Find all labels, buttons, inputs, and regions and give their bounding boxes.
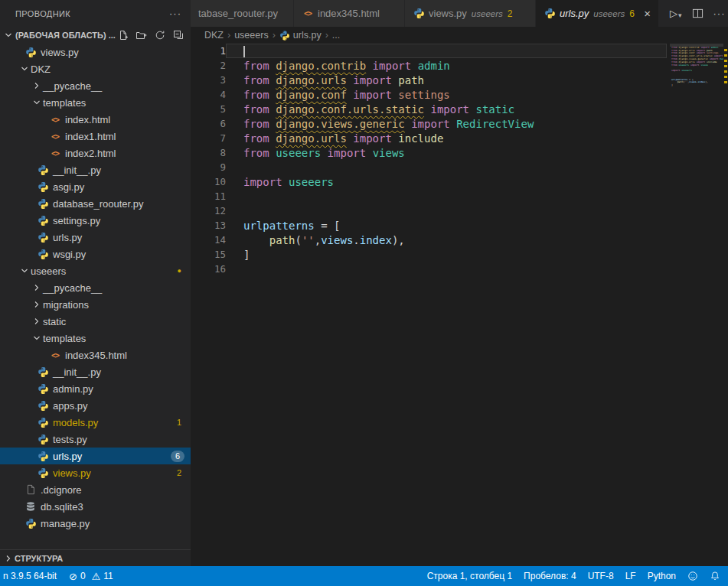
tree-file-manage.py[interactable]: manage.py [0, 515, 191, 532]
tree-file-views.py[interactable]: views.py2 [0, 464, 191, 481]
notifications-bell-icon[interactable] [710, 571, 720, 581]
editor-more-icon[interactable]: ··· [713, 8, 726, 19]
code-line[interactable]: 2from django.contrib import admin [191, 58, 667, 73]
tab-views.py[interactable]: views.pyuseeers2 [405, 0, 536, 27]
indentation[interactable]: Пробелов: 4 [524, 571, 576, 581]
tab-label: urls.py [560, 8, 589, 19]
line-content: ] [243, 249, 250, 261]
code-line[interactable]: 1 [191, 44, 667, 58]
breadcrumb-item[interactable]: ... [332, 30, 340, 41]
python-icon [37, 366, 49, 378]
tree-file-urls.py[interactable]: urls.py6 [0, 448, 191, 464]
code-line[interactable]: 4from django.conf import settings [191, 87, 667, 102]
workspace-section-header[interactable]: (РАБОЧАЯ ОБЛАСТЬ) ... [0, 27, 191, 44]
code-line[interactable]: 16 [191, 262, 667, 276]
tree-file-db.sqlite3[interactable]: db.sqlite3 [0, 498, 191, 515]
tree-file-urls.py[interactable]: urls.py [0, 229, 191, 246]
tree-folder-templates[interactable]: templates [0, 94, 191, 111]
tree-item-label: admin.py [53, 383, 93, 395]
tree-file-models.py[interactable]: models.py1 [0, 414, 191, 431]
tree-item-label: models.py [53, 417, 98, 428]
python-interpreter[interactable]: n 3.9.5 64-bit [3, 571, 57, 581]
tree-file-.dcignore[interactable]: .dcignore [0, 481, 191, 498]
code-line[interactable]: 5from django.conf.urls.static import sta… [191, 102, 667, 116]
language-mode[interactable]: Python [648, 571, 676, 581]
tree-folder-DKZ[interactable]: DKZ [0, 60, 191, 77]
html-icon: <> [49, 113, 61, 125]
outline-section-header[interactable]: СТРУКТУРА [0, 549, 191, 566]
breadcrumb-item[interactable]: urls.py [279, 30, 322, 41]
code-line[interactable]: 7from django.urls import include [191, 131, 667, 145]
tree-item-label: __pycache__ [43, 282, 102, 294]
encoding[interactable]: UTF-8 [588, 571, 614, 581]
explorer-more-icon[interactable]: ··· [169, 8, 181, 19]
eol[interactable]: LF [625, 571, 636, 581]
modified-dot: ● [178, 267, 181, 275]
breadcrumb-item[interactable]: DKZ [204, 30, 224, 41]
code-line[interactable]: 9 [191, 160, 667, 174]
split-editor-icon[interactable] [692, 8, 704, 19]
tree-folder-static[interactable]: static [0, 313, 191, 330]
tree-file-__init__.py[interactable]: __init__.py [0, 363, 191, 380]
python-icon [37, 383, 49, 395]
tree-item-label: asgi.py [53, 181, 84, 193]
tree-file-index.html[interactable]: <>index.html [0, 111, 191, 128]
collapse-all-icon[interactable] [172, 29, 184, 41]
run-dropdown-icon[interactable]: ▾ [678, 11, 682, 19]
tree-file-__init__.py[interactable]: __init__.py [0, 161, 191, 178]
feedback-icon[interactable] [687, 571, 698, 581]
tree-folder-__pycache__[interactable]: __pycache__ [0, 279, 191, 296]
minimap[interactable]: from django.contrib import adminfrom dja… [670, 44, 723, 566]
tab-tabase_roouter.py[interactable]: tabase_roouter.py [191, 0, 294, 27]
chevron-down-icon [18, 63, 31, 75]
run-python-file-button[interactable]: ▷ ▾ [670, 8, 682, 19]
tree-file-database_roouter.py[interactable]: database_roouter.py [0, 195, 191, 212]
tree-folder-useeers[interactable]: useeers● [0, 262, 191, 279]
tab-description: useeers [593, 9, 625, 18]
code-line[interactable]: 12 [191, 203, 667, 218]
code-line[interactable]: 10import useeers [191, 174, 667, 189]
new-folder-icon[interactable] [135, 29, 148, 41]
tree-file-tests.py[interactable]: tests.py [0, 431, 191, 448]
code-line[interactable]: 14 path('',views.index), [191, 233, 667, 247]
status-bar-right: Строка 1, столбец 1 Пробелов: 4 UTF-8 LF… [427, 571, 720, 581]
tree-folder-templates[interactable]: templates [0, 330, 191, 347]
tree-file-apps.py[interactable]: apps.py [0, 397, 191, 414]
cursor-position[interactable]: Строка 1, столбец 1 [427, 571, 512, 581]
tree-item-label: migrations [43, 299, 89, 311]
code-line[interactable]: 15] [191, 247, 667, 262]
python-icon [37, 416, 49, 428]
tree-folder-migrations[interactable]: migrations [0, 296, 191, 313]
tab-urls.py[interactable]: urls.pyuseeers6× [536, 0, 659, 27]
tree-folder-__pycache__[interactable]: __pycache__ [0, 77, 191, 94]
code-area[interactable]: 12from django.contrib import admin3from … [191, 44, 667, 566]
problems-status[interactable]: ⊘ 0 ⚠ 11 [69, 571, 113, 582]
breadcrumb-separator-icon: › [227, 30, 230, 41]
tree-item-label: tests.py [53, 434, 87, 445]
tree-file-views.py[interactable]: views.py [0, 44, 191, 60]
new-file-icon[interactable] [117, 29, 129, 41]
editor[interactable]: 12from django.contrib import admin3from … [191, 44, 728, 566]
line-number: 3 [191, 74, 226, 86]
tree-file-index1.html[interactable]: <>index1.html [0, 128, 191, 145]
tree-file-wsgi.py[interactable]: wsgi.py [0, 246, 191, 262]
tree-file-index2.html[interactable]: <>index2.html [0, 145, 191, 161]
problems-badge: 6 [171, 451, 184, 462]
refresh-icon[interactable] [154, 29, 166, 41]
tree-file-asgi.py[interactable]: asgi.py [0, 178, 191, 195]
python-version-label: n 3.9.5 64-bit [3, 571, 57, 581]
breadcrumb-item[interactable]: useeers [234, 30, 268, 41]
line-number: 11 [191, 190, 226, 202]
code-line[interactable]: 13urlpatterns = [ [191, 218, 667, 233]
close-tab-icon[interactable]: × [639, 7, 651, 20]
tree-file-index345.html[interactable]: <>index345.html [0, 347, 191, 363]
overview-ruler [723, 44, 728, 566]
tree-file-settings.py[interactable]: settings.py [0, 212, 191, 229]
tree-item-label: static [43, 316, 66, 327]
tab-index345.html[interactable]: <>index345.html [294, 0, 405, 27]
code-line[interactable]: 3from django.urls import path [191, 73, 667, 87]
code-line[interactable]: 11 [191, 189, 667, 203]
tree-file-admin.py[interactable]: admin.py [0, 380, 191, 397]
code-line[interactable]: 8from useeers import views [191, 145, 667, 160]
code-line[interactable]: 6from django.views.generic import Redire… [191, 116, 667, 131]
